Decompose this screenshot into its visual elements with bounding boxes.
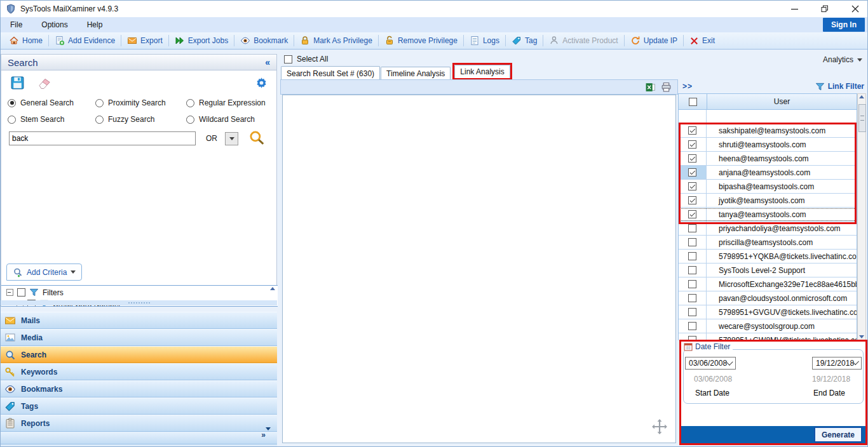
user-row[interactable]: pavan@cloudsystool.onmicrosoft.com [679,291,857,305]
user-email[interactable]: shruti@teamsystools.com [707,138,857,151]
check-all-users-checkbox[interactable] [689,98,697,106]
user-email[interactable]: SysTools Level-2 Support [707,264,857,277]
radio-stem-search[interactable]: Stem Search [8,115,64,124]
user-checkbox[interactable] [688,294,696,302]
tab-timeline-analysis[interactable]: Timeline Analysis [381,67,451,80]
select-all-checkbox[interactable] [284,55,292,63]
mark-privilege-button[interactable]: Mark As Privilege [295,34,377,48]
collapse-panel-button[interactable]: « [265,57,270,67]
sidebar-more-button[interactable]: » [261,432,271,438]
search-query-input[interactable] [9,131,196,145]
scrollbar-thumb[interactable] [858,104,866,132]
sidebar-overflow-bar[interactable]: » [1,432,277,444]
user-row[interactable]: SysTools Level-2 Support [679,264,857,277]
user-checkbox[interactable] [688,266,696,274]
user-email[interactable]: sakshipatel@teamsystools.com [707,124,857,137]
user-row[interactable]: sakshipatel@teamsystools.com [679,124,857,138]
user-row[interactable]: heena@teamsystools.com [679,152,857,166]
bookmark-button[interactable]: Bookmark [236,34,292,48]
add-criteria-button[interactable]: Add Criteria [6,264,82,281]
user-row[interactable]: 5798951+YQKBA@tickets.livechatinc.com [679,250,857,264]
save-search-button[interactable] [10,76,25,90]
tab-search-result-set[interactable]: Search Result Set # (630) [281,66,380,80]
print-button[interactable] [661,82,672,93]
filters-root-checkbox[interactable] [17,288,25,297]
user-email[interactable]: wecare@systoolsgroup.com [707,319,857,333]
radio-regular-expression[interactable]: Regular Expression [186,98,266,107]
user-checkbox[interactable] [688,252,696,260]
sidebar-item-media[interactable]: Media [1,329,277,346]
user-row[interactable]: tanya@teamsystools.com [679,208,857,222]
user-checkbox[interactable] [688,126,696,135]
user-email[interactable]: priyachandoliya@teamsystools.com [707,222,857,235]
user-email[interactable]: pavan@cloudsystool.onmicrosoft.com [707,291,857,305]
user-checkbox[interactable] [688,308,696,316]
user-row[interactable]: shruti@teamsystools.com [679,138,857,152]
header-checkbox-cell[interactable] [679,94,707,109]
sidebar-item-search[interactable]: Search [1,346,277,363]
user-checkbox[interactable] [688,280,696,288]
user-email[interactable]: jyotik@teamsystools.com [707,194,857,207]
user-list-scrollbar[interactable] [857,93,866,341]
search-settings-button[interactable] [255,77,268,89]
close-button[interactable] [848,3,862,15]
export-jobs-button[interactable]: Export Jobs [170,34,233,48]
user-checkbox[interactable] [688,196,696,204]
link-filter-title[interactable]: Link Filter [815,82,864,91]
analytics-dropdown[interactable]: Analytics [823,55,862,64]
export-button[interactable]: Export [123,34,167,48]
user-checkbox[interactable] [688,322,696,330]
user-row[interactable]: bipasha@teamsystools.com [679,180,857,194]
clear-search-button[interactable] [37,76,52,90]
sign-in-button[interactable]: Sign In [823,18,865,32]
scroll-up-icon[interactable] [270,287,275,290]
user-checkbox[interactable] [688,168,696,177]
sidebar-item-mails[interactable]: Mails [1,312,277,329]
user-checkbox[interactable] [688,154,696,163]
user-email[interactable]: priscilla@teamsystools.com [707,236,857,249]
user-checkbox[interactable] [688,140,696,149]
sidebar-item-bookmarks[interactable]: Bookmarks [1,380,277,397]
user-row[interactable]: 5798951+GVGUV@tickets.livechatinc.com [679,305,857,319]
radio-proximity-search[interactable]: Proximity Search [95,98,166,107]
add-evidence-button[interactable]: Add Evidence [50,34,119,48]
run-search-button[interactable] [248,129,266,147]
user-row[interactable]: MicrosoftExchange329e71ec88ae4615bbc36a.… [679,277,857,291]
sidebar-item-tags[interactable]: Tags [1,397,277,415]
user-email[interactable]: 5798951+YQKBA@tickets.livechatinc.com [707,250,857,263]
user-email[interactable]: tanya@teamsystools.com [707,208,857,221]
user-checkbox[interactable] [688,210,696,218]
sidebar-item-keywords[interactable]: Keywords [1,363,277,380]
panel-splitter[interactable] [1,300,277,305]
start-date-select[interactable]: 03/06/2008 [685,357,736,370]
menu-help[interactable]: Help [78,17,112,32]
sidebar-item-reports[interactable]: Reports [1,415,277,432]
expand-panel-button[interactable]: >> [682,82,693,91]
minimize-button[interactable] [787,3,801,15]
user-email[interactable]: heena@teamsystools.com [707,152,857,165]
user-email[interactable]: bipasha@teamsystools.com [707,180,857,193]
remove-privilege-button[interactable]: Remove Privilege [380,34,462,48]
logs-button[interactable]: Logs [465,34,504,48]
select-all-control[interactable]: Select All [284,55,328,63]
menu-options[interactable]: Options [32,17,77,32]
radio-general-search[interactable]: General Search [8,98,74,107]
user-checkbox[interactable] [688,224,696,232]
user-checkbox[interactable] [688,182,696,190]
export-excel-button[interactable] [645,82,656,93]
home-button[interactable]: Home [4,34,47,48]
user-checkbox[interactable] [688,238,696,246]
user-email[interactable]: 5798951+GVGUV@tickets.livechatinc.com [707,305,857,319]
user-row[interactable]: priscilla@teamsystools.com [679,236,857,250]
radio-wildcard-search[interactable]: Wildcard Search [186,115,255,124]
user-row[interactable]: anjana@teamsystools.com [679,166,857,180]
exit-button[interactable]: Exit [685,34,719,48]
restore-button[interactable] [818,3,832,15]
filters-root-row[interactable]: Filters [6,288,64,297]
user-row[interactable]: wecare@systoolsgroup.com [679,319,857,333]
user-row[interactable]: priyachandoliya@teamsystools.com [679,222,857,236]
update-ip-button[interactable]: Update IP [626,34,682,48]
tag-button[interactable]: Tag [507,34,541,48]
user-email[interactable]: anjana@teamsystools.com [707,166,857,179]
operator-dropdown[interactable] [225,132,238,145]
